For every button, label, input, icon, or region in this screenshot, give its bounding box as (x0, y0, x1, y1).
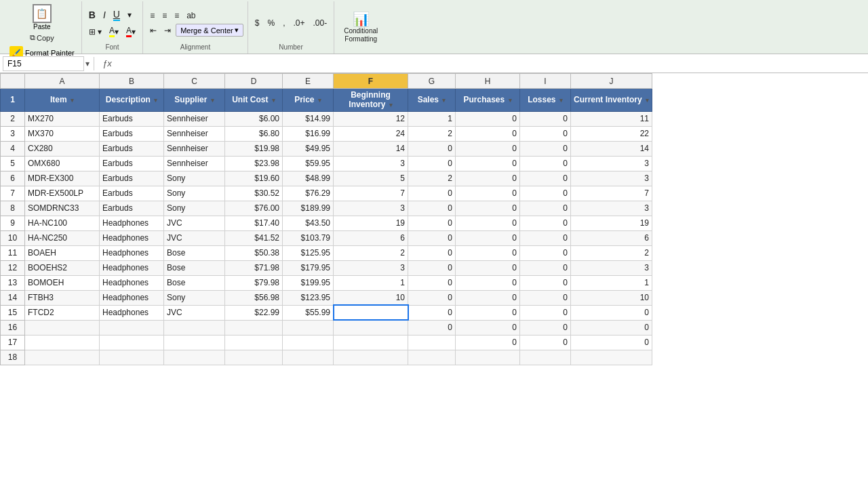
description-cell[interactable]: Headphones (100, 290, 164, 305)
header-beginning-inventory[interactable]: Beginning Inventory ▾ (334, 89, 408, 112)
beg-inv-cell[interactable]: 1 (334, 275, 408, 290)
cur-inv-cell[interactable]: 19 (571, 216, 652, 230)
beg-inv-cell[interactable] (334, 335, 408, 350)
losses-cell[interactable]: 0 (520, 171, 571, 186)
unit-cost-cell[interactable]: $76.00 (225, 201, 283, 216)
price-cell[interactable]: $48.99 (283, 171, 334, 186)
price-cell[interactable] (283, 350, 334, 365)
price-filter-icon[interactable]: ▾ (318, 97, 321, 104)
item-cell[interactable]: BOAEH (25, 245, 100, 260)
sales-cell[interactable]: 0 (408, 305, 456, 320)
price-cell[interactable] (283, 335, 334, 350)
description-cell[interactable] (100, 335, 164, 350)
beg-inv-filter-icon[interactable]: ▾ (389, 102, 393, 108)
beg-inv-cell[interactable] (334, 350, 408, 365)
sales-cell[interactable]: 0 (408, 260, 456, 275)
losses-cell[interactable]: 0 (520, 111, 571, 126)
merge-center-button[interactable]: Merge & Center ▾ (176, 24, 243, 37)
cur-inv-cell[interactable] (571, 350, 652, 365)
description-cell[interactable]: Headphones (100, 275, 164, 290)
col-header-A[interactable]: A (25, 74, 100, 89)
item-cell[interactable]: FTBH3 (25, 290, 100, 305)
increase-decimal-button[interactable]: .0+ (290, 17, 307, 29)
supplier-cell[interactable]: Sennheiser (164, 111, 225, 126)
description-cell[interactable]: Earbuds (100, 141, 164, 156)
header-price[interactable]: Price ▾ (283, 89, 334, 112)
sales-cell[interactable] (408, 350, 456, 365)
col-header-J[interactable]: J (571, 74, 652, 89)
purchases-filter-icon[interactable]: ▾ (509, 97, 512, 104)
purchases-cell[interactable]: 0 (456, 111, 520, 126)
unit-cost-cell[interactable]: $17.40 (225, 216, 283, 230)
comma-button[interactable]: , (280, 17, 288, 29)
losses-cell[interactable]: 0 (520, 320, 571, 335)
sales-cell[interactable]: 0 (408, 186, 456, 201)
supplier-cell[interactable]: Sony (164, 171, 225, 186)
col-header-B[interactable]: B (100, 74, 164, 89)
supplier-cell[interactable]: Bose (164, 260, 225, 275)
cur-inv-cell[interactable]: 22 (571, 126, 652, 141)
sales-cell[interactable]: 2 (408, 126, 456, 141)
description-cell[interactable]: Earbuds (100, 171, 164, 186)
losses-cell[interactable]: 0 (520, 186, 571, 201)
purchases-cell[interactable]: 0 (456, 335, 520, 350)
losses-cell[interactable]: 0 (520, 290, 571, 305)
col-header-E[interactable]: E (283, 74, 334, 89)
col-header-C[interactable]: C (164, 74, 225, 89)
purchases-cell[interactable]: 0 (456, 186, 520, 201)
sales-cell[interactable]: 0 (408, 290, 456, 305)
percent-button[interactable]: % (264, 17, 277, 29)
col-header-G[interactable]: G (408, 74, 456, 89)
unit-cost-cell[interactable]: $50.38 (225, 245, 283, 260)
purchases-cell[interactable] (456, 350, 520, 365)
supplier-cell[interactable]: Sennheiser (164, 156, 225, 171)
sales-cell[interactable]: 0 (408, 245, 456, 260)
losses-cell[interactable]: 0 (520, 260, 571, 275)
unit-cost-cell[interactable]: $71.98 (225, 260, 283, 275)
col-header-F[interactable]: F (334, 74, 408, 89)
cur-inv-cell[interactable]: 0 (571, 335, 652, 350)
description-cell[interactable]: Earbuds (100, 186, 164, 201)
price-cell[interactable]: $59.95 (283, 156, 334, 171)
purchases-cell[interactable]: 0 (456, 230, 520, 245)
losses-cell[interactable]: 0 (520, 335, 571, 350)
losses-cell[interactable] (520, 350, 571, 365)
item-cell[interactable]: HA-NC100 (25, 216, 100, 230)
unit-cost-cell[interactable]: $22.99 (225, 305, 283, 320)
decrease-decimal-button[interactable]: .00- (311, 17, 330, 29)
beg-inv-cell[interactable]: 3 (334, 260, 408, 275)
cur-inv-filter-icon[interactable]: ▾ (646, 97, 649, 104)
item-cell[interactable]: MDR-EX300 (25, 171, 100, 186)
header-current-inventory[interactable]: Current Inventory ▾ (571, 89, 652, 112)
purchases-cell[interactable]: 0 (456, 305, 520, 320)
item-cell[interactable] (25, 335, 100, 350)
description-cell[interactable] (100, 320, 164, 335)
purchases-cell[interactable]: 0 (456, 126, 520, 141)
beg-inv-cell[interactable]: 2 (334, 245, 408, 260)
cur-inv-cell[interactable]: 3 (571, 201, 652, 216)
header-unit-cost[interactable]: Unit Cost ▾ (225, 89, 283, 112)
cur-inv-cell[interactable]: 7 (571, 186, 652, 201)
header-item[interactable]: Item ▾ (25, 89, 100, 112)
description-cell[interactable] (100, 350, 164, 365)
purchases-cell[interactable]: 0 (456, 156, 520, 171)
item-cell[interactable]: CX280 (25, 141, 100, 156)
align-left-button[interactable]: ≡ (147, 9, 157, 22)
price-cell[interactable] (283, 320, 334, 335)
description-cell[interactable]: Headphones (100, 216, 164, 230)
sales-cell[interactable]: 0 (408, 141, 456, 156)
cell-ref-dropdown-arrow[interactable]: ▾ (84, 59, 91, 68)
header-purchases[interactable]: Purchases ▾ (456, 89, 520, 112)
purchases-cell[interactable]: 0 (456, 171, 520, 186)
unit-cost-cell[interactable]: $6.00 (225, 111, 283, 126)
price-cell[interactable]: $43.50 (283, 216, 334, 230)
losses-cell[interactable]: 0 (520, 156, 571, 171)
sales-cell[interactable]: 1 (408, 111, 456, 126)
copy-button[interactable]: ⧉ Copy (7, 32, 77, 43)
underline-button[interactable]: U (111, 7, 123, 22)
cur-inv-cell[interactable]: 0 (571, 305, 652, 320)
item-cell[interactable]: OMX680 (25, 156, 100, 171)
price-cell[interactable]: $76.29 (283, 186, 334, 201)
item-cell[interactable]: MX270 (25, 111, 100, 126)
unit-cost-cell[interactable]: $23.98 (225, 156, 283, 171)
